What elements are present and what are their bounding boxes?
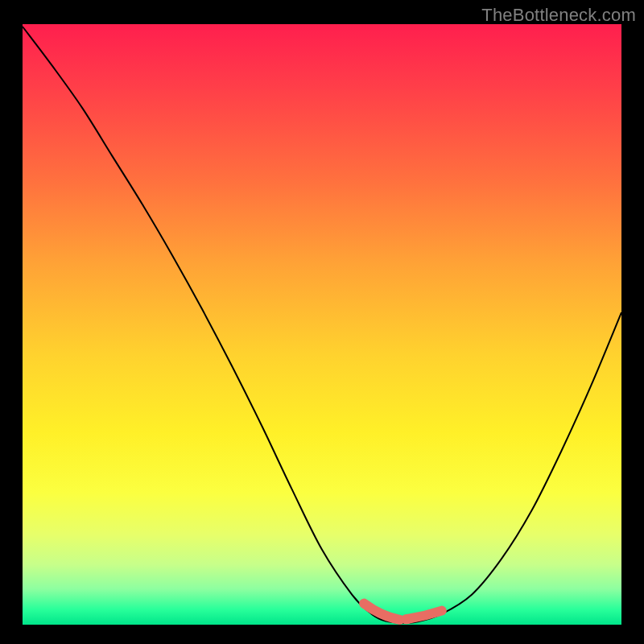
- chart-frame: TheBottleneck.com: [0, 0, 644, 644]
- plot-background: [23, 24, 621, 625]
- watermark-text: TheBottleneck.com: [481, 5, 636, 26]
- chart-svg: [0, 0, 644, 644]
